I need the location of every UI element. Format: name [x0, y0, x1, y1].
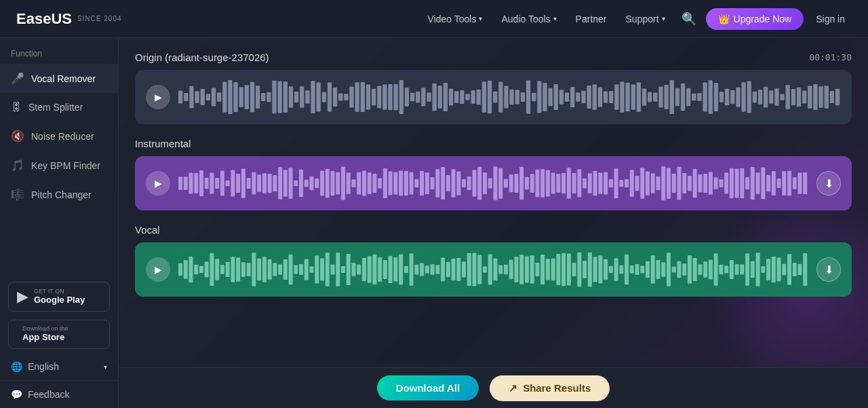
- svg-rect-236: [787, 171, 791, 196]
- svg-rect-61: [515, 90, 519, 105]
- svg-rect-114: [808, 86, 812, 108]
- nav-partner-label: Partner: [576, 14, 607, 24]
- svg-rect-316: [577, 253, 581, 286]
- svg-rect-246: [210, 253, 214, 286]
- share-icon: ↗: [509, 382, 517, 394]
- vocal-waveform: [178, 251, 808, 289]
- sidebar-noise-reducer-label: Noise Reducer: [31, 131, 94, 142]
- svg-rect-198: [588, 173, 592, 193]
- svg-rect-82: [631, 84, 635, 110]
- svg-rect-230: [756, 172, 760, 194]
- sidebar-item-key-bpm-finder[interactable]: 🎵 Key BPM Finder: [0, 151, 118, 180]
- svg-rect-206: [630, 170, 634, 197]
- language-selector[interactable]: 🌐 English ▾: [0, 353, 118, 380]
- svg-rect-280: [389, 256, 393, 283]
- svg-rect-180: [494, 166, 498, 200]
- svg-rect-15: [261, 93, 265, 101]
- nav-audio-tools[interactable]: Audio Tools ▾: [494, 10, 563, 29]
- svg-rect-131: [236, 174, 240, 193]
- svg-rect-212: [661, 166, 665, 200]
- svg-rect-115: [813, 84, 817, 110]
- app-store-button[interactable]: Download on the App Store: [8, 320, 110, 349]
- header-nav: Video Tools ▾ Audio Tools ▾ Partner Supp…: [421, 7, 852, 31]
- sidebar-item-vocal-remover[interactable]: 🎤 Vocal Remover: [0, 64, 118, 93]
- svg-rect-6: [212, 88, 216, 106]
- svg-rect-357: [793, 263, 797, 276]
- svg-rect-126: [210, 173, 214, 194]
- feedback-item[interactable]: 💬 Feedback: [0, 380, 118, 408]
- svg-rect-267: [320, 259, 324, 281]
- svg-rect-165: [414, 179, 418, 187]
- svg-rect-168: [431, 177, 435, 189]
- sidebar-item-noise-reducer[interactable]: 🔇 Noise Reducer: [0, 122, 118, 151]
- svg-rect-80: [620, 81, 624, 112]
- svg-rect-170: [441, 167, 445, 200]
- google-play-button[interactable]: ▶ GET IT ON Google Play: [8, 282, 110, 312]
- svg-rect-145: [310, 177, 314, 190]
- svg-rect-274: [357, 265, 361, 275]
- instrumental-waveform-svg: [178, 164, 808, 202]
- svg-rect-81: [625, 83, 629, 112]
- svg-rect-124: [199, 170, 203, 196]
- svg-rect-297: [477, 255, 481, 284]
- svg-rect-197: [583, 179, 587, 188]
- svg-rect-295: [467, 253, 471, 286]
- svg-rect-147: [320, 171, 324, 196]
- feedback-label: Feedback: [28, 389, 69, 400]
- svg-rect-96: [709, 80, 713, 114]
- instrumental-play-button[interactable]: ▶: [146, 171, 170, 196]
- svg-rect-118: [830, 91, 834, 103]
- svg-rect-188: [535, 169, 539, 197]
- nav-support[interactable]: Support ▾: [619, 10, 672, 29]
- svg-rect-233: [772, 171, 776, 196]
- origin-play-button[interactable]: ▶: [146, 85, 170, 109]
- vocal-download-button[interactable]: ⬇: [816, 257, 841, 282]
- svg-rect-133: [247, 178, 251, 189]
- nav-partner[interactable]: Partner: [569, 10, 614, 29]
- svg-rect-43: [416, 92, 420, 103]
- svg-rect-308: [535, 263, 539, 276]
- svg-rect-149: [331, 171, 335, 196]
- svg-rect-9: [228, 80, 232, 114]
- vocal-play-button[interactable]: ▶: [146, 257, 170, 282]
- download-all-button[interactable]: Download All: [377, 375, 479, 401]
- bottom-bar: Download All ↗ Share Results: [119, 367, 868, 408]
- svg-rect-32: [355, 82, 359, 111]
- content-area: Origin (radiant-surge-237026) 00:01:30 ▶: [119, 38, 868, 367]
- share-results-button[interactable]: ↗ Share Results: [490, 375, 610, 401]
- svg-rect-348: [745, 253, 749, 285]
- sidebar-item-stem-splitter[interactable]: 🎛 Stem Splitter: [0, 93, 118, 122]
- search-button[interactable]: 🔍: [677, 7, 701, 31]
- svg-rect-334: [672, 267, 676, 273]
- svg-rect-256: [262, 257, 267, 282]
- svg-rect-116: [818, 86, 823, 108]
- sidebar-item-pitch-changer[interactable]: 🎼 Pitch Changer: [0, 180, 118, 209]
- svg-rect-21: [294, 92, 298, 103]
- svg-rect-13: [250, 82, 254, 113]
- svg-rect-273: [351, 263, 355, 276]
- svg-rect-231: [761, 168, 765, 200]
- svg-rect-50: [454, 91, 458, 103]
- svg-rect-349: [751, 261, 755, 278]
- instrumental-download-button[interactable]: ⬇: [816, 171, 841, 196]
- svg-rect-350: [756, 253, 760, 286]
- google-play-sublabel: GET IT ON: [34, 289, 85, 295]
- svg-rect-169: [435, 169, 439, 197]
- svg-rect-255: [257, 259, 261, 281]
- svg-rect-125: [205, 178, 209, 189]
- svg-rect-338: [693, 258, 697, 281]
- svg-rect-1: [184, 93, 188, 101]
- svg-rect-67: [548, 88, 552, 107]
- signin-button[interactable]: Sign in: [809, 10, 852, 29]
- svg-rect-110: [786, 85, 790, 109]
- svg-rect-40: [399, 80, 403, 114]
- origin-waveform: [178, 78, 841, 116]
- nav-audio-tools-label: Audio Tools: [501, 14, 550, 24]
- svg-rect-121: [184, 177, 188, 189]
- svg-rect-91: [681, 84, 685, 111]
- svg-rect-25: [317, 83, 321, 112]
- svg-rect-253: [247, 263, 251, 276]
- svg-rect-232: [766, 175, 770, 192]
- nav-video-tools[interactable]: Video Tools ▾: [421, 10, 490, 29]
- upgrade-button[interactable]: 👑 Upgrade Now: [706, 8, 804, 30]
